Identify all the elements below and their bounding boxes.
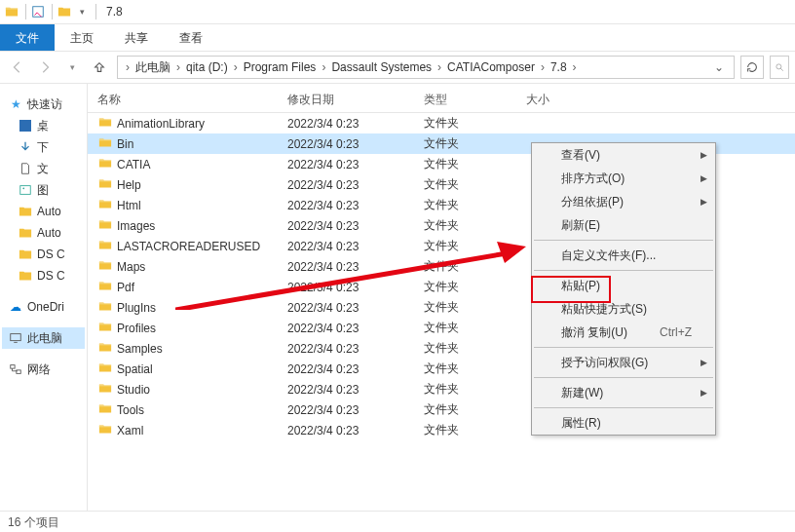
file-name: Help — [117, 178, 141, 192]
context-menu-item[interactable]: 粘贴快捷方式(S) — [532, 297, 715, 321]
forward-button[interactable] — [33, 56, 57, 79]
file-name: Spatial — [117, 362, 153, 376]
file-type: 文件夹 — [414, 279, 516, 295]
ribbon-tab[interactable]: 查看 — [164, 24, 218, 51]
file-type: 文件夹 — [414, 258, 516, 275]
this-pc[interactable]: 此电脑 — [2, 327, 85, 349]
star-icon: ★ — [8, 96, 23, 112]
sidebar-item[interactable]: DS C — [2, 265, 85, 286]
sidebar-item[interactable]: 文 — [2, 158, 85, 179]
context-menu-item[interactable]: 撤消 复制(U)Ctrl+Z — [532, 321, 715, 344]
nav-pane[interactable]: ★ 快速访 桌下文图AutoAutoDS CDS C ☁ OneDri 此电脑 … — [0, 84, 88, 511]
sidebar-item-label: 图 — [37, 182, 49, 199]
file-name: Bin — [117, 137, 133, 151]
svg-point-1 — [776, 64, 781, 69]
file-date: 2022/3/4 0:23 — [278, 362, 414, 376]
file-type: 文件夹 — [414, 135, 516, 152]
refresh-button[interactable] — [740, 56, 764, 79]
context-menu-item[interactable]: 自定义文件夹(F)... — [532, 244, 715, 267]
breadcrumb-segment[interactable]: CATIAComposer — [443, 60, 539, 74]
column-date[interactable]: 修改日期 — [278, 84, 414, 112]
chevron-right-icon[interactable]: › — [539, 60, 547, 74]
file-type: 文件夹 — [414, 381, 516, 398]
file-name: Images — [117, 219, 155, 233]
up-button[interactable] — [88, 56, 111, 79]
file-name: Tools — [117, 403, 144, 417]
context-menu-item[interactable]: 属性(R) — [532, 411, 715, 435]
svg-rect-0 — [33, 7, 44, 18]
column-size[interactable]: 大小 — [516, 84, 614, 112]
sidebar-item[interactable]: Auto — [2, 201, 85, 222]
breadcrumb-segment[interactable]: 7.8 — [547, 60, 571, 74]
chevron-right-icon[interactable]: › — [174, 60, 182, 74]
save-icon[interactable] — [30, 4, 46, 19]
folder-icon — [97, 401, 113, 418]
menu-item-label: 分组依据(P) — [561, 194, 624, 210]
chevron-right-icon[interactable]: › — [435, 60, 443, 74]
column-name[interactable]: 名称 — [88, 84, 278, 112]
sidebar-item-label: 快速访 — [27, 96, 62, 113]
folder-icon — [97, 197, 113, 213]
divider-icon — [95, 4, 96, 19]
file-name: Studio — [117, 383, 150, 397]
folder-icon[interactable] — [57, 4, 72, 19]
ribbon-tab[interactable]: 共享 — [109, 24, 164, 51]
column-type[interactable]: 类型 — [414, 84, 516, 112]
sidebar-item-label: 此电脑 — [27, 330, 62, 347]
search-box[interactable] — [770, 56, 789, 79]
breadcrumb-segment[interactable]: 此电脑 — [132, 59, 174, 76]
context-menu-item[interactable]: 授予访问权限(G) — [532, 351, 715, 374]
context-menu-item[interactable]: 排序方式(O) — [532, 167, 715, 190]
dropdown-caret-icon[interactable]: ▾ — [74, 4, 90, 19]
file-type: 文件夹 — [414, 156, 516, 172]
file-type: 文件夹 — [414, 401, 516, 418]
sidebar-item[interactable]: Auto — [2, 222, 85, 244]
breadcrumb-dropdown[interactable]: ⌄ — [708, 60, 730, 74]
onedrive[interactable]: ☁ OneDri — [2, 296, 85, 318]
pc-icon — [8, 330, 23, 346]
sidebar-item[interactable]: DS C — [2, 244, 85, 265]
ribbon-tab[interactable]: 文件 — [0, 24, 55, 51]
back-button[interactable] — [6, 56, 29, 79]
file-date: 2022/3/4 0:23 — [278, 383, 414, 397]
file-type: 文件夹 — [414, 422, 516, 438]
folder-icon — [97, 238, 113, 254]
table-row[interactable]: AnimationLibrary2022/3/4 0:23文件夹 — [88, 113, 795, 133]
chevron-right-icon[interactable]: › — [320, 60, 327, 74]
chevron-right-icon[interactable]: › — [124, 60, 132, 74]
file-date: 2022/3/4 0:23 — [278, 158, 414, 171]
svg-point-3 — [22, 187, 24, 189]
context-menu-item[interactable]: 刷新(E) — [532, 213, 715, 237]
menu-item-label: 粘贴(P) — [561, 278, 600, 294]
breadcrumb-segment[interactable]: Program Files — [240, 60, 321, 74]
sidebar-item[interactable]: 桌 — [2, 115, 85, 136]
chevron-right-icon[interactable]: › — [232, 60, 240, 74]
search-icon — [775, 61, 784, 73]
column-headers[interactable]: 名称 修改日期 类型 大小 — [88, 84, 795, 113]
chevron-right-icon[interactable]: › — [571, 60, 579, 74]
quick-access[interactable]: ★ 快速访 — [2, 94, 85, 115]
context-menu-item[interactable]: 新建(W) — [532, 381, 715, 404]
sidebar-item[interactable]: 下 — [2, 136, 85, 158]
breadcrumb[interactable]: › 此电脑›qita (D:)›Program Files›Dassault S… — [117, 56, 735, 79]
sidebar-item-label: 文 — [37, 161, 49, 177]
file-name: Html — [117, 199, 141, 212]
folder-icon — [97, 115, 113, 132]
statusbar: 16 个项目 — [0, 511, 795, 532]
network[interactable]: 网络 — [2, 359, 85, 380]
breadcrumb-segment[interactable]: Dassault Systemes — [327, 60, 435, 74]
context-menu-item[interactable]: 分组依据(P) — [532, 190, 715, 213]
breadcrumb-segment[interactable]: qita (D:) — [182, 60, 232, 74]
context-menu-item[interactable]: 粘贴(P) — [532, 274, 715, 297]
file-type: 文件夹 — [414, 238, 516, 254]
file-name: Maps — [117, 260, 145, 274]
context-menu-item[interactable]: 查看(V) — [532, 143, 715, 167]
sidebar-item[interactable]: 图 — [2, 179, 85, 201]
fold-icon — [18, 225, 33, 241]
fold-icon — [18, 247, 33, 262]
file-type: 文件夹 — [414, 176, 516, 193]
ribbon-tab[interactable]: 主页 — [55, 24, 109, 51]
menu-separator — [534, 240, 713, 241]
menu-separator — [534, 270, 713, 271]
recent-dropdown[interactable]: ▾ — [60, 56, 84, 79]
